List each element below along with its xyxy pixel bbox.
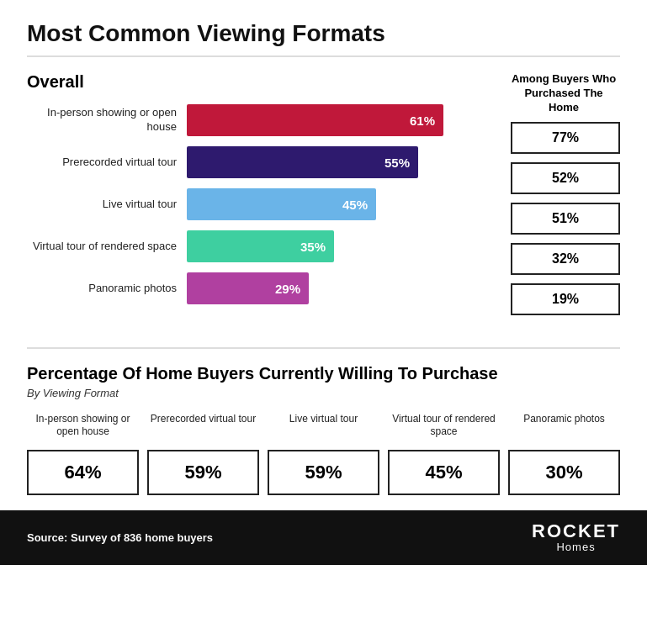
section2: Percentage Of Home Buyers Currently Will…	[27, 347, 620, 495]
pct-col-label: Panoramic photos	[523, 413, 605, 443]
right-box: 19%	[511, 283, 620, 315]
bar-row: Prerecorded virtual tour55%	[27, 145, 497, 179]
footer-source: Source: Survey of 836 home buyers	[27, 531, 213, 544]
source-label: Source:	[27, 531, 67, 544]
bars-container: In-person showing or open house61%Prerec…	[27, 103, 497, 305]
bar-container: 55%	[187, 146, 497, 178]
bar-pct: 61%	[410, 113, 435, 128]
bar: 35%	[187, 230, 334, 262]
right-box: 51%	[511, 203, 620, 235]
divider-top	[27, 55, 620, 57]
chart-left: Overall In-person showing or open house6…	[27, 72, 497, 324]
section2-title: Percentage Of Home Buyers Currently Will…	[27, 364, 620, 383]
bar-pct: 35%	[300, 240, 326, 254]
bar-row: Live virtual tour45%	[27, 187, 497, 221]
pct-col: Panoramic photos30%	[508, 413, 620, 495]
pct-col: Live virtual tour59%	[268, 413, 379, 495]
pct-box: 45%	[388, 450, 500, 495]
bar: 55%	[187, 146, 418, 178]
footer: Source: Survey of 836 home buyers ROCKET…	[0, 510, 647, 565]
page-title: Most Common Viewing Formats	[27, 20, 620, 47]
pct-box: 30%	[508, 450, 620, 495]
right-box: 52%	[511, 162, 620, 194]
pct-col-label: In-person showing or open house	[27, 413, 139, 443]
brand-line2: Homes	[532, 541, 620, 553]
pct-col: In-person showing or open house64%	[27, 413, 139, 495]
right-boxes: 77%52%51%32%19%	[511, 122, 620, 324]
pct-box: 64%	[27, 450, 139, 495]
pct-col-label: Prerecorded virtual tour	[151, 413, 256, 443]
bar-container: 29%	[187, 272, 497, 304]
bar-row: Virtual tour of rendered space35%	[27, 230, 497, 263]
pct-box: 59%	[268, 450, 379, 495]
brand-line1: ROCKET	[532, 522, 620, 541]
bar-row: Panoramic photos29%	[27, 272, 497, 305]
bar: 45%	[187, 188, 376, 220]
bar: 29%	[187, 272, 309, 304]
overall-label: Overall	[27, 72, 497, 92]
pct-row: In-person showing or open house64%Prerec…	[27, 413, 620, 495]
bar-container: 45%	[187, 188, 497, 220]
pct-col: Virtual tour of rendered space45%	[388, 413, 500, 495]
bar-label: Virtual tour of rendered space	[27, 240, 187, 254]
overall-section: Overall In-person showing or open house6…	[27, 72, 620, 324]
bar-label: Prerecorded virtual tour	[27, 156, 187, 170]
bar-label: Panoramic photos	[27, 282, 187, 296]
pct-col-label: Virtual tour of rendered space	[388, 413, 500, 443]
bar-pct: 55%	[384, 156, 410, 170]
bar-pct: 45%	[342, 198, 368, 212]
right-header: Among Buyers Who Purchased The Home	[511, 72, 620, 115]
section2-subtitle: By Viewing Format	[27, 387, 620, 399]
bar-label: Live virtual tour	[27, 198, 187, 212]
chart-right: Among Buyers Who Purchased The Home 77%5…	[511, 72, 620, 324]
pct-box: 59%	[147, 450, 259, 495]
bar: 61%	[187, 104, 443, 136]
bar-container: 35%	[187, 230, 497, 262]
right-box: 32%	[511, 243, 620, 275]
bar-label: In-person showing or open house	[27, 106, 187, 135]
pct-col: Prerecorded virtual tour59%	[147, 413, 259, 495]
main-container: Most Common Viewing Formats Overall In-p…	[0, 0, 647, 495]
right-box: 77%	[511, 122, 620, 154]
bar-pct: 29%	[275, 282, 300, 296]
pct-col-label: Live virtual tour	[289, 413, 358, 443]
rocket-logo: ROCKET Homes	[532, 522, 620, 553]
bar-row: In-person showing or open house61%	[27, 103, 497, 137]
bar-container: 61%	[187, 104, 497, 136]
source-text: Survey of 836 home buyers	[71, 531, 213, 544]
